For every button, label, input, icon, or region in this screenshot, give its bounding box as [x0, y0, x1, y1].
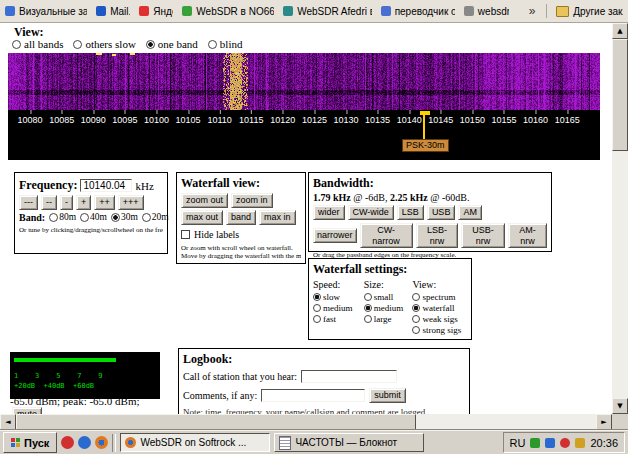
frequency-title: Frequency: [19, 178, 77, 193]
bookmark-item[interactable]: websdr.org [464, 6, 509, 17]
vertical-scrollbar[interactable]: ▲ ▼ [612, 23, 628, 414]
antivirus-icon[interactable] [530, 438, 540, 448]
scroll-right-icon[interactable]: ► [596, 414, 612, 430]
band-80m-radio[interactable] [49, 213, 58, 222]
view-option-blind[interactable]: blind [208, 38, 243, 50]
max-in-button[interactable]: max in [259, 210, 296, 225]
waterfall-radio[interactable] [412, 304, 420, 312]
page-viewport: View: all bands others slow one band bli… [0, 23, 612, 414]
speed-slow[interactable]: slow [313, 292, 364, 302]
passband-marker-icon[interactable] [420, 111, 430, 115]
wfview-strong-sigs[interactable]: strong sigs [412, 325, 467, 335]
zoom-in-button[interactable]: zoom in [231, 193, 273, 208]
one-band-radio[interactable] [146, 40, 155, 49]
size-medium[interactable]: medium [364, 303, 413, 313]
network-icon[interactable] [545, 438, 555, 448]
band-20m-radio[interactable] [142, 213, 151, 222]
view-option-others-slow[interactable]: others slow [73, 38, 135, 50]
all-bands-radio[interactable] [12, 40, 21, 49]
wfview-waterfall[interactable]: waterfall [412, 303, 467, 313]
bookmark-item[interactable]: WebSDR в NO66SF Po... [182, 6, 274, 17]
blind-radio[interactable] [208, 40, 217, 49]
am-button[interactable]: AM [458, 205, 482, 220]
band-40m-radio[interactable] [80, 213, 89, 222]
horizontal-scroll-thumb[interactable] [16, 414, 416, 430]
wider-button[interactable]: wider [313, 205, 345, 220]
view-option-one-band[interactable]: one band [146, 38, 198, 50]
start-button[interactable]: Пуск [3, 432, 57, 453]
bookmark-item[interactable]: Визуальные закладки [5, 6, 87, 17]
favicon-icon [139, 6, 149, 16]
scale-tick: 10160 [523, 115, 548, 125]
bookmark-item[interactable]: Яндекс [139, 6, 173, 17]
scroll-up-icon[interactable]: ▲ [612, 23, 628, 39]
speed-medium-radio[interactable] [313, 304, 321, 312]
speed-fast-radio[interactable] [313, 315, 321, 323]
max-out-button[interactable]: max out [181, 210, 223, 225]
tune-up-button[interactable]: + [76, 195, 91, 210]
wfview-weak-sigs[interactable]: weak sigs [412, 314, 467, 324]
volume-icon[interactable] [575, 438, 585, 448]
hide-labels-option[interactable]: Hide labels [181, 229, 301, 240]
firefox-icon[interactable] [95, 436, 108, 449]
size-large[interactable]: large [364, 314, 413, 324]
vertical-scroll-thumb[interactable] [612, 39, 628, 151]
frequency-scale[interactable]: 1008010085100901009510100101051011010115… [8, 110, 600, 130]
strong-sigs-radio[interactable] [412, 326, 420, 334]
wfview-spectrum[interactable]: spectrum [412, 292, 467, 302]
cw-wide-button[interactable]: CW-wide [348, 205, 394, 220]
task-button-notepad[interactable]: ЧАСТОТЫ — Блокнот [274, 433, 424, 452]
others-slow-radio[interactable] [73, 40, 82, 49]
size-small-radio[interactable] [364, 293, 372, 301]
mute-button[interactable]: mute [12, 407, 42, 414]
size-large-radio[interactable] [364, 315, 372, 323]
size-small[interactable]: small [364, 292, 413, 302]
horizontal-scrollbar[interactable]: ◄ ► [0, 414, 612, 430]
band-zoom-button[interactable]: band [226, 210, 256, 225]
zoom-out-button[interactable]: zoom out [181, 193, 228, 208]
spectrum-radio[interactable] [412, 293, 420, 301]
usb-nrw-button[interactable]: USB-nrw [461, 223, 505, 249]
scroll-down-icon[interactable]: ▼ [612, 398, 628, 414]
view-option-all-bands[interactable]: all bands [12, 38, 63, 50]
bookmark-item[interactable]: WebSDR Afedri в Брат... [283, 6, 372, 17]
tune-down-fast-button[interactable]: --- [19, 195, 38, 210]
narrower-button[interactable]: narrower [313, 228, 357, 243]
comments-input[interactable] [261, 389, 365, 402]
usb-button[interactable]: USB [427, 205, 456, 220]
band-40m[interactable]: 40m [80, 212, 107, 222]
waterfall-display[interactable] [8, 53, 600, 110]
speed-slow-radio[interactable] [313, 293, 321, 301]
cw-narrow-button[interactable]: CW-narrow [360, 223, 413, 249]
other-bookmarks-button[interactable]: Другие закладки [556, 6, 623, 17]
tune-up-med-button[interactable]: ++ [94, 195, 115, 210]
size-medium-radio[interactable] [364, 304, 372, 312]
speed-fast[interactable]: fast [313, 314, 364, 324]
scroll-left-icon[interactable]: ◄ [0, 414, 16, 430]
band-30m-radio[interactable] [111, 213, 120, 222]
band-80m[interactable]: 80m [49, 212, 76, 222]
am-nrw-button[interactable]: AM-nrw [508, 223, 547, 249]
opera-icon[interactable] [61, 436, 74, 449]
bookmarks-overflow-chevron-icon[interactable]: » [527, 4, 538, 18]
band-30m[interactable]: 30m [111, 212, 138, 222]
alert-icon[interactable] [560, 438, 570, 448]
tune-up-fast-button[interactable]: +++ [118, 195, 144, 210]
lsb-button[interactable]: LSB [397, 205, 424, 220]
lsb-nrw-button[interactable]: LSB-nrw [416, 223, 458, 249]
bookmark-item[interactable]: Mail.Ru [96, 6, 130, 17]
language-indicator[interactable]: RU [510, 437, 526, 449]
tune-down-med-button[interactable]: -- [41, 195, 57, 210]
weak-sigs-radio[interactable] [412, 315, 420, 323]
hide-labels-checkbox[interactable] [181, 230, 190, 239]
task-button-websdr[interactable]: WebSDR on Softrock ... [120, 433, 270, 452]
speed-medium[interactable]: medium [313, 303, 364, 313]
internet-explorer-icon[interactable] [78, 436, 91, 449]
frequency-input[interactable] [80, 179, 132, 192]
bookmark-item[interactable]: переводчик онлайн [381, 6, 455, 17]
submit-button[interactable]: submit [369, 388, 406, 403]
call-input[interactable] [301, 370, 397, 383]
band-20m[interactable]: 20m [142, 212, 169, 222]
tune-down-button[interactable]: - [60, 195, 73, 210]
scale-tick: 10105 [176, 115, 201, 125]
